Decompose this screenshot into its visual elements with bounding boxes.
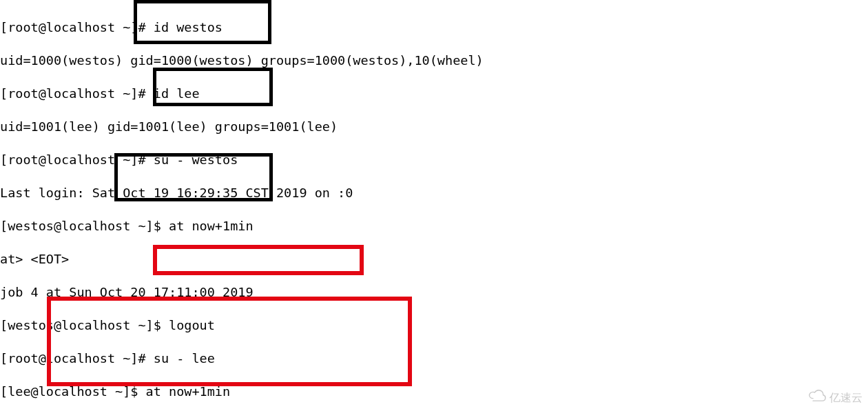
highlight-box-id-westos: [134, 0, 271, 44]
highlight-box-su-lee: [114, 153, 273, 201]
highlight-box-deny-err: [47, 297, 412, 386]
cloud-icon: [807, 389, 827, 406]
terminal-line: uid=1000(westos) gid=1000(westos) groups…: [0, 52, 868, 69]
watermark: 亿速云: [807, 389, 862, 406]
watermark-text: 亿速云: [829, 390, 862, 406]
terminal-line: at> <EOT>: [0, 251, 868, 268]
highlight-box-su-westos: [153, 68, 273, 106]
terminal-line: [root@localhost ~]# id westos: [0, 19, 868, 36]
terminal-line: uid=1001(lee) gid=1001(lee) groups=1001(…: [0, 119, 868, 135]
highlight-box-ll-deny: [153, 245, 364, 275]
terminal-line: [root@localhost ~]# id lee: [0, 86, 868, 102]
terminal-line: [westos@localhost ~]$ at now+1min: [0, 218, 868, 235]
